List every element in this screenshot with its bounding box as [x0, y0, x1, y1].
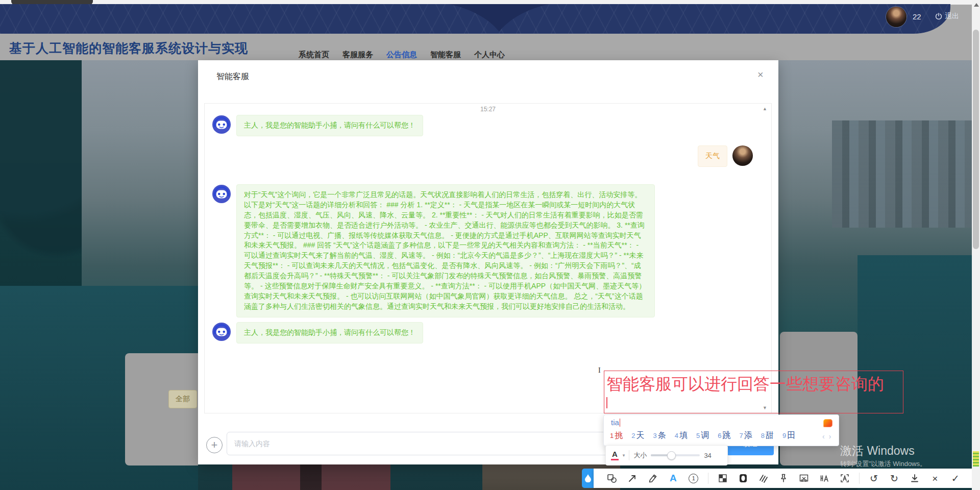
nav-item-home[interactable]: 系统首页	[299, 50, 329, 60]
chat-scroll-up-icon[interactable]: ▲	[763, 106, 767, 111]
font-color-button[interactable]: A	[611, 450, 619, 460]
cutout-tool[interactable]	[798, 472, 810, 484]
font-size-slider[interactable]	[651, 454, 700, 456]
ime-popup: tia 1挑 2天 3条 4填 5调 6跳 7添 8甜 9田 ‹ ›	[603, 414, 839, 446]
user-message-bubble: 天气	[698, 145, 727, 167]
ime-candidate[interactable]: 6跳	[718, 430, 730, 441]
ime-candidate[interactable]: 3条	[653, 430, 666, 441]
ime-candidate[interactable]: 1挑	[610, 430, 623, 441]
annotation-text[interactable]: 智能客服可以进行回答一些想要咨询的	[606, 373, 913, 396]
bot-message-bubble: 主人，我是您的智能助手小捕，请问有什么可以帮您！	[236, 322, 423, 344]
redo-icon[interactable]: ↻	[888, 472, 900, 484]
scrollbar-thumb[interactable]	[973, 30, 979, 249]
main-nav: 系统首页 客服服务 公告信息 智能客服 个人中心	[299, 50, 505, 60]
ime-next-icon[interactable]: ›	[829, 432, 831, 440]
ime-composition: tia	[611, 418, 620, 427]
divider	[708, 473, 708, 484]
nav-item-announcements[interactable]: 公告信息	[386, 50, 417, 60]
undo-icon[interactable]: ↺	[868, 472, 880, 484]
chat-message-bot: 对于“天气”这个询问，它是一个非常广泛且常见的话题。天气状况直接影响着人们的日常…	[212, 184, 655, 317]
background-panel-left	[125, 353, 198, 465]
chat-timestamp: 15:27	[205, 106, 771, 113]
nav-item-smart-service[interactable]: 智能客服	[430, 50, 461, 60]
bot-avatar-icon	[212, 322, 231, 341]
scrollbar-up-icon[interactable]	[974, 3, 979, 7]
ime-logo-icon[interactable]	[823, 419, 832, 427]
avatar[interactable]	[886, 7, 906, 27]
text-cursor-icon: I	[598, 366, 604, 376]
ocr-tool[interactable]	[818, 472, 830, 484]
ime-prev-icon[interactable]: ‹	[822, 432, 825, 440]
ime-candidate[interactable]: 7添	[739, 430, 752, 441]
logout-button[interactable]: 退出	[935, 12, 959, 21]
ime-pager: ‹ ›	[822, 432, 831, 440]
shape-tool[interactable]	[606, 472, 618, 484]
divider	[859, 473, 860, 484]
chat-message-user: 天气	[698, 145, 753, 167]
droplet-icon	[585, 474, 591, 482]
close-icon[interactable]: ×	[757, 69, 764, 80]
ime-candidate[interactable]: 8甜	[761, 430, 774, 441]
number-tool[interactable]: 1	[688, 472, 700, 484]
chat-history: 15:27 ▲ ▼ 主人，我是您的智能助手小捕，请问有什么可以帮您！	[204, 103, 772, 413]
all-filter-label: 全部	[176, 395, 190, 404]
mosaic-tool[interactable]	[717, 472, 729, 484]
font-size-value: 34	[704, 452, 711, 459]
power-icon	[935, 13, 942, 20]
blur-tool[interactable]	[737, 472, 749, 484]
attach-plus-icon[interactable]: +	[206, 437, 223, 453]
message-count-badge: 22	[913, 12, 921, 21]
text-tool[interactable]: A	[667, 472, 679, 484]
all-filter-button[interactable]: 全部	[168, 390, 197, 408]
background-buildings	[832, 120, 972, 228]
hatch-tool[interactable]	[757, 472, 769, 484]
bot-message-bubble: 主人，我是您的智能助手小捕，请问有什么可以帮您！	[236, 115, 423, 136]
ime-candidates: 1挑 2天 3条 4填 5调 6跳 7添 8甜 9田	[610, 430, 795, 441]
bot-avatar-icon	[212, 184, 231, 204]
pin-tool[interactable]	[777, 472, 790, 484]
annotation-caret	[606, 397, 607, 408]
header-ornament	[448, 4, 550, 32]
ime-caret	[620, 419, 621, 427]
cancel-icon[interactable]: ×	[929, 472, 941, 484]
windows-activation-hint: 转到“设置”以激活 Windows。	[840, 459, 926, 469]
ime-candidate[interactable]: 4填	[675, 430, 688, 441]
chat-message-bot: 主人，我是您的智能助手小捕，请问有什么可以帮您！	[212, 115, 423, 136]
bot-message-bubble: 对于“天气”这个询问，它是一个非常广泛且常见的话题。天气状况直接影响着人们的日常…	[236, 184, 655, 317]
font-size-label: 大小	[633, 451, 647, 460]
ime-candidate[interactable]: 9田	[782, 430, 795, 441]
dialog-title: 智能客服	[216, 71, 249, 82]
nav-item-profile[interactable]: 个人中心	[474, 50, 505, 60]
chat-message-bot: 主人，我是您的智能助手小捕，请问有什么可以帮您！	[212, 322, 423, 344]
confirm-icon[interactable]: ✓	[949, 472, 962, 484]
capture-app-tab[interactable]	[582, 469, 594, 488]
taskbar-edge-strip	[973, 451, 979, 467]
ime-candidate[interactable]: 2天	[631, 430, 644, 441]
capture-toolbar: A 1 ↺ ↻ × ✓	[594, 469, 974, 488]
arrow-tool[interactable]	[626, 472, 639, 484]
text-options-popup: A ▾ 大小 34	[605, 445, 728, 465]
slider-thumb[interactable]	[667, 451, 676, 460]
save-icon[interactable]	[909, 472, 921, 484]
logout-label: 退出	[945, 12, 959, 21]
user-avatar	[732, 145, 753, 166]
text-extract-tool[interactable]	[839, 472, 851, 484]
divider	[629, 450, 629, 460]
chevron-down-icon[interactable]: ▾	[623, 453, 625, 458]
pen-tool[interactable]	[647, 472, 659, 484]
windows-activation-watermark: 激活 Windows	[840, 443, 915, 459]
nav-item-service[interactable]: 客服服务	[342, 50, 373, 60]
ime-candidate[interactable]: 5调	[696, 430, 709, 441]
site-title: 基于人工智能的智能客服系统设计与实现	[9, 40, 248, 57]
screen: 22 退出 基于人工智能的智能客服系统设计与实现 系统首页 客服服务 公告信息 …	[0, 0, 980, 490]
bot-avatar-icon	[212, 115, 231, 134]
